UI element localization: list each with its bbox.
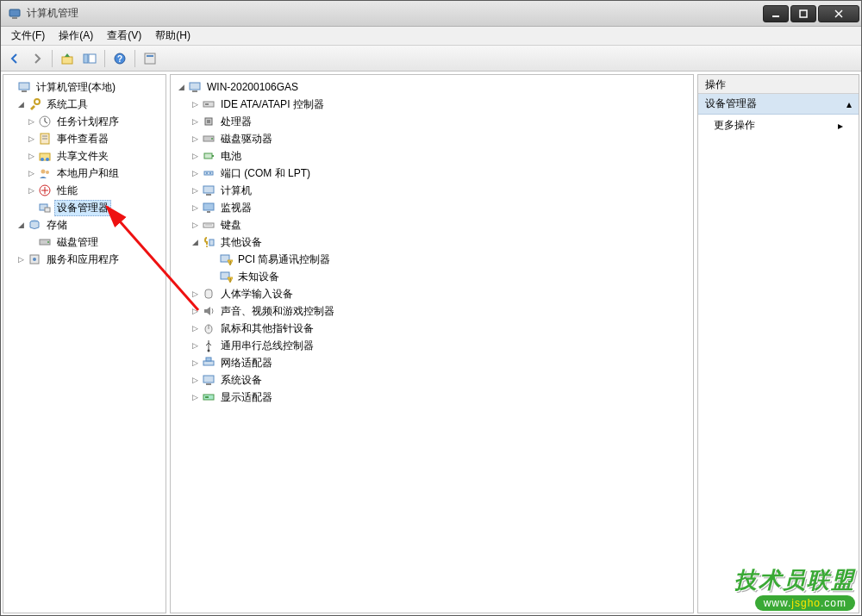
device-monitor[interactable]: ▷ 监视器 [172, 199, 691, 216]
tree-task-scheduler[interactable]: ▷ 任务计划程序 [5, 113, 164, 130]
svg-rect-33 [190, 83, 200, 90]
expander-icon[interactable]: ▷ [190, 151, 200, 161]
tree-device-manager[interactable]: ▷ 设备管理器 [5, 199, 164, 216]
expander-icon[interactable]: ▷ [190, 289, 200, 299]
tree-system-tools[interactable]: ◢ 系统工具 [5, 96, 164, 113]
device-disk-drives[interactable]: ▷ 磁盘驱动器 [172, 130, 691, 147]
device-pci-comm[interactable]: ▷ ! PCI 简易通讯控制器 [172, 251, 691, 268]
tree-shared-folders[interactable]: ▷ 共享文件夹 [5, 147, 164, 165]
device-display[interactable]: ▷ 显示适配器 [172, 389, 691, 406]
expander-icon[interactable]: ▷ [190, 168, 200, 178]
tree-local-users[interactable]: ▷ 本地用户和组 [5, 165, 164, 182]
expander-icon[interactable]: ▷ [190, 99, 200, 109]
actions-more[interactable]: 更多操作 ▸ [698, 115, 859, 136]
show-hide-tree-button[interactable] [79, 48, 100, 69]
device-hid[interactable]: ▷ 人体学输入设备 [172, 285, 691, 302]
menu-view[interactable]: 查看(V) [100, 27, 148, 45]
device-host[interactable]: ◢ WIN-20200106GAS [172, 78, 691, 96]
device-system[interactable]: ▷ 系统设备 [172, 371, 691, 389]
tree-label: 处理器 [218, 114, 254, 130]
device-network[interactable]: ▷ 网络适配器 [172, 354, 691, 371]
device-manager-icon [38, 201, 52, 215]
tree-event-viewer[interactable]: ▷ 事件查看器 [5, 130, 164, 147]
svg-rect-58 [205, 289, 212, 298]
expander-icon[interactable]: ▷ [190, 323, 200, 333]
device-mouse[interactable]: ▷ 鼠标和其他指针设备 [172, 320, 691, 337]
mouse-icon [202, 321, 216, 335]
device-keyboard[interactable]: ▷ 键盘 [172, 216, 691, 233]
tree-label: 性能 [54, 183, 80, 199]
tree-label: 人体学输入设备 [218, 286, 296, 302]
expander-icon[interactable]: ▷ [190, 375, 200, 385]
tree-label: 磁盘管理 [54, 234, 101, 251]
tree-performance[interactable]: ▷ 性能 [5, 182, 164, 199]
tree-label: 通用串行总线控制器 [218, 338, 316, 354]
system-icon [202, 373, 216, 387]
svg-rect-49 [207, 211, 210, 213]
computer-mgmt-icon [17, 80, 31, 94]
expander-icon[interactable]: ▷ [190, 392, 200, 402]
expander-icon[interactable]: ▷ [26, 134, 36, 144]
expander-icon[interactable]: ▷ [190, 220, 200, 230]
expander-icon[interactable]: ▷ [190, 358, 200, 368]
device-sound[interactable]: ▷ 声音、视频和游戏控制器 [172, 302, 691, 320]
device-unknown[interactable]: ▷ ! 未知设备 [172, 268, 691, 285]
svg-rect-65 [206, 383, 211, 385]
forward-button[interactable] [27, 48, 47, 69]
close-button[interactable] [818, 5, 859, 22]
menu-help[interactable]: 帮助(H) [148, 27, 197, 45]
tree-storage[interactable]: ◢ 存储 [5, 216, 164, 233]
tree-label: 任务计划程序 [54, 114, 122, 130]
svg-rect-8 [89, 54, 96, 63]
app-icon [8, 7, 22, 21]
toolbar-separator [134, 50, 135, 67]
menu-file[interactable]: 文件(F) [4, 27, 52, 45]
storage-icon [28, 218, 41, 232]
expander-icon[interactable]: ▷ [16, 254, 26, 264]
svg-rect-63 [206, 358, 211, 361]
tree-services[interactable]: ▷ 服务和应用程序 [5, 251, 164, 268]
expander-icon[interactable]: ◢ [16, 220, 26, 230]
expander-icon[interactable]: ◢ [190, 237, 200, 247]
help-button[interactable]: ? [109, 48, 130, 69]
device-other[interactable]: ◢ 其他设备 [172, 233, 691, 251]
device-ports[interactable]: ▷ 端口 (COM 和 LPT) [172, 165, 691, 182]
minimize-button[interactable] [763, 5, 789, 22]
expander-icon[interactable]: ◢ [16, 99, 26, 109]
usb-icon [202, 339, 216, 352]
expander-icon[interactable]: ▷ [26, 185, 36, 196]
maximize-button[interactable] [790, 5, 816, 22]
expander-icon[interactable]: ▷ [26, 151, 36, 161]
tree-label: 事件查看器 [54, 131, 111, 147]
menu-action[interactable]: 操作(A) [52, 27, 100, 45]
expander-icon[interactable]: ▷ [26, 116, 36, 127]
properties-button[interactable] [140, 48, 160, 69]
expander-icon[interactable]: ▷ [190, 116, 200, 127]
device-ide[interactable]: ▷ IDE ATA/ATAPI 控制器 [172, 96, 691, 113]
tree-label: 网络适配器 [218, 355, 275, 371]
expander-icon[interactable]: ◢ [176, 82, 186, 92]
expander-icon[interactable]: ▷ [26, 168, 36, 178]
back-button[interactable] [4, 48, 25, 69]
display-adapter-icon [202, 390, 216, 404]
tree-root[interactable]: ▶ 计算机管理(本地) [5, 78, 164, 96]
expander-icon[interactable]: ▷ [190, 134, 200, 144]
device-cpu[interactable]: ▷ 处理器 [172, 113, 691, 130]
svg-rect-48 [203, 203, 214, 210]
tree-label: 电池 [218, 148, 244, 165]
expander-icon[interactable]: ▷ [190, 340, 200, 351]
expander-icon[interactable]: ▷ [190, 202, 200, 213]
expander-icon[interactable]: ▷ [190, 306, 200, 316]
expander-icon[interactable]: ▷ [190, 185, 200, 196]
actions-section[interactable]: 设备管理器 ▴ [698, 94, 859, 115]
tree-disk-management[interactable]: ▷ 磁盘管理 [5, 233, 164, 251]
watermark-text: 技术员联盟 [734, 565, 855, 595]
svg-point-23 [41, 170, 46, 174]
device-battery[interactable]: ▷ 电池 [172, 147, 691, 165]
device-computer[interactable]: ▷ 计算机 [172, 182, 691, 199]
svg-rect-14 [22, 90, 27, 92]
up-button[interactable] [57, 48, 78, 69]
actions-more-label: 更多操作 [714, 118, 755, 133]
device-usb[interactable]: ▷ 通用串行总线控制器 [172, 337, 691, 354]
svg-rect-41 [204, 153, 212, 159]
